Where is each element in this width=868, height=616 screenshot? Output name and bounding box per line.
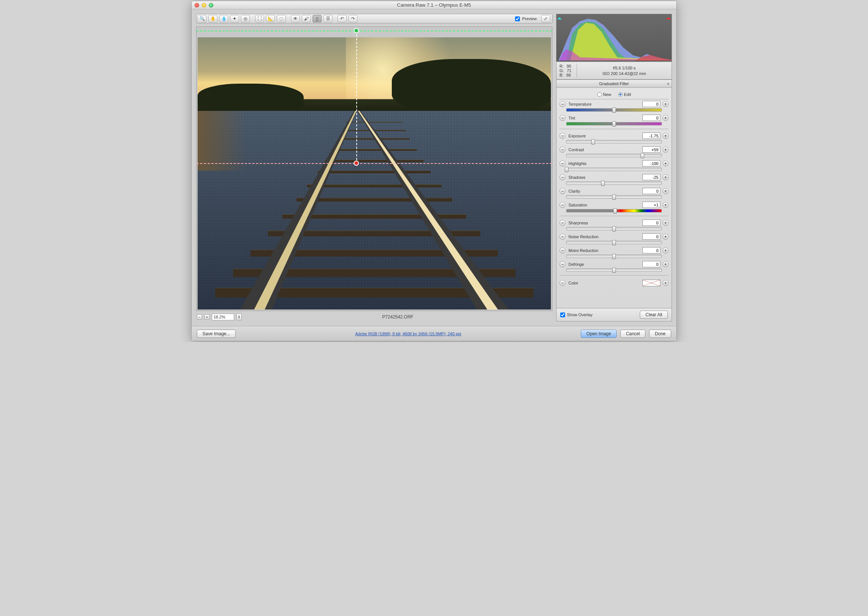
- slider-value-input[interactable]: [642, 201, 660, 208]
- plus-button[interactable]: +: [663, 234, 668, 240]
- graduated-filter-tool-icon[interactable]: ▯: [313, 15, 322, 22]
- slider-thumb[interactable]: [612, 268, 616, 273]
- color-swatch[interactable]: [642, 280, 660, 286]
- rotate-cw-icon[interactable]: ↷: [349, 15, 357, 22]
- slider-track[interactable]: [566, 255, 662, 258]
- slider-track[interactable]: [566, 241, 662, 244]
- slider-thumb[interactable]: [591, 139, 595, 145]
- slider-thumb[interactable]: [565, 167, 568, 172]
- workflow-link[interactable]: Adobe RGB (1998); 8 bit; 4608 by 3456 (1…: [355, 332, 461, 336]
- minus-button[interactable]: −: [560, 160, 566, 167]
- slider-thumb[interactable]: [612, 254, 616, 259]
- minus-button[interactable]: −: [560, 101, 566, 107]
- red-eye-tool-icon[interactable]: 👁: [291, 15, 300, 22]
- zoom-window-icon[interactable]: [209, 3, 213, 8]
- slider-track[interactable]: [566, 122, 662, 126]
- minus-button[interactable]: −: [560, 147, 566, 153]
- histogram[interactable]: [556, 14, 672, 61]
- minus-button[interactable]: −: [560, 234, 566, 240]
- slider-track[interactable]: [566, 168, 662, 171]
- plus-button[interactable]: +: [663, 101, 668, 107]
- adjustment-brush-tool-icon[interactable]: 🖌: [302, 15, 311, 22]
- gf-start-handle[interactable]: [354, 28, 359, 33]
- minus-button[interactable]: −: [560, 248, 566, 253]
- mode-edit[interactable]: Edit: [618, 92, 631, 97]
- slider-thumb[interactable]: [612, 226, 616, 231]
- minimize-window-icon[interactable]: [202, 3, 206, 8]
- slider-thumb[interactable]: [601, 181, 605, 186]
- slider-track[interactable]: [566, 154, 662, 157]
- minus-button[interactable]: −: [560, 220, 566, 226]
- hand-tool-icon[interactable]: ✋: [208, 15, 217, 22]
- slider-track[interactable]: [566, 140, 662, 143]
- slider-value-input[interactable]: [642, 261, 660, 267]
- minus-button[interactable]: −: [560, 188, 566, 194]
- done-button[interactable]: Done: [649, 330, 671, 338]
- minus-button[interactable]: −: [560, 174, 566, 180]
- slider-value-input[interactable]: [642, 247, 660, 253]
- preferences-tool-icon[interactable]: ☰: [324, 15, 332, 22]
- spot-removal-tool-icon[interactable]: ◌: [277, 15, 286, 22]
- gf-top-line[interactable]: [197, 31, 552, 31]
- color-sampler-tool-icon[interactable]: ✦: [230, 15, 239, 22]
- minus-button[interactable]: −: [560, 261, 566, 267]
- slider-value-input[interactable]: [642, 174, 660, 180]
- plus-button[interactable]: +: [663, 188, 668, 194]
- slider-value-input[interactable]: [642, 146, 660, 153]
- targeted-adjust-tool-icon[interactable]: ◎: [241, 15, 250, 22]
- fullscreen-toggle-icon[interactable]: ⤢: [541, 15, 550, 22]
- plus-button[interactable]: +: [663, 261, 668, 267]
- plus-button[interactable]: +: [663, 248, 668, 253]
- plus-button[interactable]: +: [663, 115, 668, 121]
- slider-thumb[interactable]: [612, 240, 616, 245]
- color-minus-button[interactable]: −: [560, 280, 566, 286]
- plus-button[interactable]: +: [663, 202, 668, 208]
- rotate-ccw-icon[interactable]: ↶: [338, 15, 347, 22]
- slider-value-input[interactable]: [642, 115, 660, 121]
- plus-button[interactable]: +: [663, 174, 668, 180]
- show-overlay-checkbox[interactable]: [560, 313, 565, 317]
- slider-value-input[interactable]: [642, 188, 660, 194]
- slider-thumb[interactable]: [612, 107, 616, 113]
- open-image-button[interactable]: Open Image: [581, 330, 616, 338]
- plus-button[interactable]: +: [663, 220, 668, 226]
- slider-thumb[interactable]: [640, 153, 644, 158]
- mode-new[interactable]: New: [597, 92, 612, 97]
- color-plus-button[interactable]: +: [663, 280, 668, 286]
- slider-value-input[interactable]: [642, 132, 660, 139]
- clear-all-button[interactable]: Clear All: [640, 311, 668, 319]
- slider-thumb[interactable]: [612, 195, 616, 200]
- zoom-stepper[interactable]: ▲▼: [236, 314, 242, 320]
- cancel-button[interactable]: Cancel: [620, 330, 645, 338]
- save-image-button[interactable]: Save Image...: [197, 330, 236, 338]
- panel-menu-icon[interactable]: ≡: [667, 82, 669, 86]
- zoom-in-button[interactable]: +: [204, 314, 209, 320]
- white-balance-tool-icon[interactable]: 💧: [219, 15, 228, 22]
- close-window-icon[interactable]: [195, 3, 199, 8]
- slider-value-input[interactable]: [642, 101, 660, 107]
- slider-track[interactable]: [566, 108, 662, 112]
- crop-tool-icon[interactable]: ⛶: [255, 15, 264, 22]
- slider-value-input[interactable]: [642, 220, 660, 226]
- minus-button[interactable]: −: [560, 202, 566, 208]
- plus-button[interactable]: +: [663, 133, 668, 139]
- straighten-tool-icon[interactable]: 📐: [266, 15, 275, 22]
- slider-thumb[interactable]: [612, 121, 616, 127]
- slider-value-input[interactable]: [642, 233, 660, 240]
- minus-button[interactable]: −: [560, 133, 566, 139]
- slider-track[interactable]: [566, 181, 662, 185]
- zoom-tool-icon[interactable]: 🔍: [198, 15, 206, 22]
- slider-track[interactable]: [566, 227, 662, 230]
- zoom-out-button[interactable]: −: [197, 314, 202, 320]
- slider-track[interactable]: [566, 209, 662, 212]
- slider-track[interactable]: [566, 269, 662, 272]
- slider-thumb[interactable]: [613, 208, 617, 214]
- preview-checkbox[interactable]: [515, 16, 520, 21]
- zoom-level-field[interactable]: 18.2%: [212, 314, 234, 320]
- minus-button[interactable]: −: [560, 115, 566, 121]
- gf-vertical-line[interactable]: [356, 31, 357, 164]
- plus-button[interactable]: +: [663, 160, 668, 167]
- slider-track[interactable]: [566, 195, 662, 199]
- preview-area[interactable]: [196, 27, 552, 311]
- plus-button[interactable]: +: [663, 147, 668, 153]
